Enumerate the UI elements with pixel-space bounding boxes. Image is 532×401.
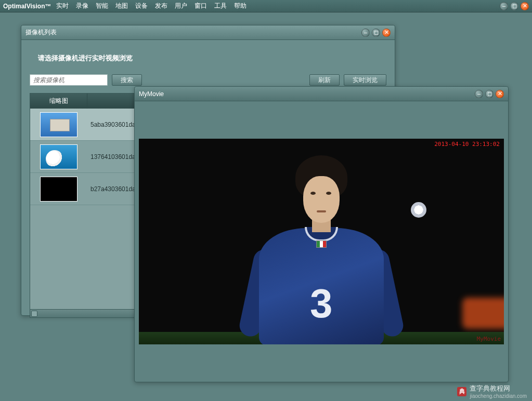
camera-list-prompt: 请选择摄像机进行实时视频浏览 [38,54,386,63]
movie-title: MyMovie [139,90,475,98]
menu-tools[interactable]: 工具 [214,2,227,10]
camlist-close-icon[interactable]: ✕ [382,29,391,37]
menu-realtime[interactable]: 实时 [56,2,69,10]
movie-minimize-icon[interactable]: – [475,90,483,98]
watermark-logo-icon: 典 [457,387,466,396]
refresh-button[interactable]: 刷新 [309,74,340,86]
app-maximize-icon[interactable]: ◻ [510,2,518,10]
watermark-url: jiaocheng.chazidian.com [470,393,527,399]
camera-list-title: 摄像机列表 [25,28,361,37]
movie-titlebar[interactable]: MyMovie – ◻ ✕ [135,87,508,101]
menu-map[interactable]: 地图 [115,2,128,10]
thumbnail-icon [40,144,77,169]
menu-record[interactable]: 录像 [76,2,88,10]
menu-window[interactable]: 窗口 [194,2,207,10]
col-header-thumb[interactable]: 缩略图 [30,93,87,109]
video-background [462,298,504,329]
watermark-suffix: 教程网 [490,384,510,392]
menu-help[interactable]: 帮助 [234,2,246,10]
camera-list-titlebar[interactable]: 摄像机列表 – ◻ ✕ [21,25,395,40]
app-minimize-icon[interactable]: – [500,2,508,10]
page-watermark: 典 查字典教程网 jiaocheng.chazidian.com [457,384,527,399]
menu-device[interactable]: 设备 [135,2,148,10]
movie-window: MyMovie – ◻ ✕ 2013-04-10 23:13:02 3 MyMo… [134,86,509,382]
app-menu: 实时 录像 智能 地图 设备 发布 用户 窗口 工具 帮助 [56,2,246,10]
camera-list-toolbar: 搜索 刷新 实时浏览 [30,74,386,86]
app-menubar: OptimalVision™ 实时 录像 智能 地图 设备 发布 用户 窗口 工… [0,0,532,12]
thumbnail-icon [40,112,77,137]
video-viewport[interactable]: 2013-04-10 23:13:02 3 MyMovie [139,139,504,344]
menu-smart[interactable]: 智能 [96,2,108,10]
movie-close-icon[interactable]: ✕ [496,90,504,98]
live-preview-button[interactable]: 实时浏览 [344,74,386,86]
watermark-site: 查字典 [470,384,490,392]
search-input[interactable] [30,74,108,86]
movie-maximize-icon[interactable]: ◻ [485,90,494,98]
menu-publish[interactable]: 发布 [155,2,167,10]
app-brand: OptimalVision™ [3,3,51,10]
menu-user[interactable]: 用户 [175,2,187,10]
video-timestamp: 2013-04-10 23:13:02 [434,141,500,148]
thumbnail-icon [40,177,77,202]
camlist-minimize-icon[interactable]: – [361,29,370,37]
app-close-icon[interactable]: ✕ [521,2,529,10]
video-watermark: MyMovie [477,336,501,342]
camlist-maximize-icon[interactable]: ◻ [372,29,380,37]
video-content: 3 [243,155,399,344]
jersey-number: 3 [310,280,332,327]
scroll-left-icon[interactable] [31,311,37,317]
search-button[interactable]: 搜索 [112,74,142,86]
